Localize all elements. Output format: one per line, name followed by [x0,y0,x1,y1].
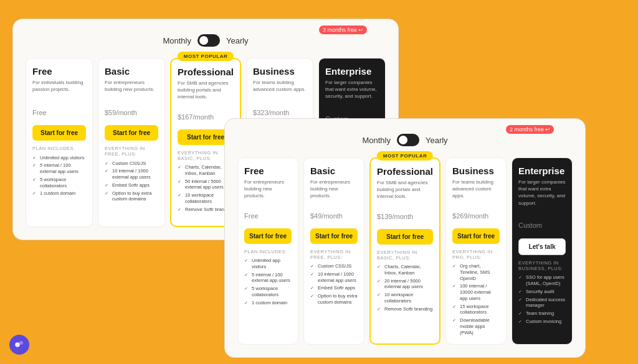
plan-btn-free2[interactable]: Start for free [244,228,292,244]
plan-price-business: $323/month [253,103,307,119]
monthly-label-main: Monthly [163,36,191,45]
svg-point-0 [15,342,20,347]
plan-price-enterprise2: Custom [518,213,566,232]
plan-price-free: Free [32,103,86,119]
plan-basic2: Basic For entrepreneurs building new pro… [303,157,364,345]
plan-desc-basic2: For entrepreneurs building new products. [310,179,358,200]
plan-btn-business2[interactable]: Start for free [452,228,500,244]
plan-business2: Business For teams building advanced cus… [445,157,507,345]
plan-free: Free For individuals building passion pr… [26,58,93,227]
plan-enterprise2: Enterprise For larger companies that wan… [512,157,573,345]
toggle-row-main: Monthly Yearly 3 months free [26,34,386,47]
feature-item: Option to buy extra custom domains [105,189,158,203]
price-suffix: /month [392,213,413,220]
price-suffix: /month [193,113,214,121]
plan-professional2: MOST POPULAR Professional For SMB and ag… [369,157,440,345]
plan-desc-professional2: For SMB and agencies building portals an… [377,179,433,200]
features-title-basic: EVERYTHING IN FREE, PLUS: [105,146,158,157]
plan-desc-basic: For entrepreneurs building new products. [105,79,158,96]
price-suffix: /month [116,109,137,116]
plan-name-enterprise2: Enterprise [518,166,566,176]
feature-item: Custom CSS/JS [105,159,158,167]
billing-toggle-secondary[interactable] [397,134,419,146]
plan-price-professional2: $139/month [377,207,433,223]
feature-item: Charts, Calendar, Inbox, Kanban [377,263,433,278]
plan-price-professional: $167/month [178,107,234,123]
feature-item: Custom invoicing [518,317,566,325]
plan-desc-business: For teams building advanced custom apps. [253,79,307,96]
price-suffix: /month [468,212,489,220]
plan-basic: Basic For entrepreneurs building new pro… [98,58,165,227]
feature-item: 1 custom domain [32,190,86,198]
feature-list-enterprise2: SSO for app users (SAML, OpenID) Securit… [518,274,566,325]
plan-price-free2: Free [244,206,292,222]
plan-name-enterprise: Enterprise [325,66,379,77]
feature-item: 10 workspace collaborators [377,291,433,306]
feature-item: 100 internal / 10000 external app users [452,282,500,302]
feature-list-professional2: Charts, Calendar, Inbox, Kanban 20 inter… [377,263,433,313]
feature-list-free2: Unlimited app visitors 5 internal / 100 … [244,257,292,307]
toggle-row-secondary: Monthly Yearly 2 months free [237,134,573,146]
plan-name-professional: Professional [178,67,234,77]
features-title-free2: PLAN INCLUDES: [244,249,292,254]
plan-desc-professional: For SMB and agencies building portals an… [178,80,234,101]
features-title-free: PLAN INCLUDES: [32,146,86,151]
plan-free2: Free For entrepreneurs building new prod… [237,157,298,345]
monthly-label-secondary: Monthly [362,136,391,145]
plan-btn-free[interactable]: Start for free [32,125,86,141]
feature-item: Unlimited app visitors [244,257,292,271]
plan-desc-free: For individuals building passion project… [32,79,86,96]
feature-item: Downloadable mobile apps (PWA) [452,317,500,337]
svg-point-1 [19,341,23,345]
feature-list-basic: Custom CSS/JS 10 internal / 1000 externa… [105,159,158,203]
feature-item: 5 internal / 100 external app users [32,162,86,176]
secondary-pricing-card: Monthly Yearly 2 months free Free For en… [224,118,586,358]
most-popular-badge: MOST POPULAR [178,52,234,61]
plan-desc-enterprise: For larger companies that want extra vol… [325,79,379,100]
plan-price-basic: $59/month [105,103,158,119]
feature-item: Dedicated success manager [518,296,566,310]
feature-list-free: Unlimited app visitors 5 internal / 100 … [32,154,86,198]
features-title-enterprise2: EVERYTHING IN BUSINESS, PLUS: [518,260,566,271]
feature-item: 5 workspace collaborators [244,285,292,299]
feature-item: Embed Softr apps [310,284,358,292]
feature-item: 1 custom domain [244,299,292,307]
app-logo [9,335,29,355]
yearly-label-main: Yearly [226,36,249,45]
plan-name-free: Free [32,66,86,77]
plan-price-business2: $269/month [452,206,500,222]
billing-toggle-main[interactable] [198,34,220,47]
feature-item: Remove Softr branding [377,305,433,313]
feature-list-business2: Org chart, Timeline, SMS OpenID 100 inte… [452,263,500,337]
plans-grid-secondary: Free For entrepreneurs building new prod… [237,157,573,345]
features-title-basic2: EVERYTHING IN FREE, PLUS: [310,249,358,260]
features-title-professional2: EVERYTHING IN BASIC, PLUS: [377,250,433,261]
feature-item: 15 workspace collaborators [452,302,500,317]
plan-name-business2: Business [452,166,500,176]
plan-desc-free2: For entrepreneurs building new products. [244,179,292,200]
plan-desc-business2: For teams building advanced custom apps. [452,179,500,200]
feature-item: Org chart, Timeline, SMS OpenID [452,263,500,282]
plan-name-basic: Basic [105,66,158,77]
yearly-label-secondary: Yearly [426,136,448,145]
plan-btn-professional2[interactable]: Start for free [377,229,433,245]
feature-item: 5 internal / 100 external app users [244,271,292,285]
feature-item: Custom CSS/JS [310,263,358,271]
feature-list-basic2: Custom CSS/JS 10 internal / 1000 externa… [310,263,358,307]
feature-item: 10 internal / 1000 external app users [310,270,358,284]
savings-badge-secondary: 2 months free [506,125,554,134]
plan-btn-enterprise2[interactable]: Let's talk [518,238,566,255]
plan-btn-basic2[interactable]: Start for free [310,228,358,244]
most-popular-badge2: MOST POPULAR [377,151,433,161]
feature-item: Embed Softr apps [105,181,158,189]
savings-badge-main: 3 months free [319,26,367,34]
features-title-business2: EVERYTHING IN PRO, PLUS: [452,249,500,260]
plan-name-basic2: Basic [310,166,358,176]
feature-item: SSO for app users (SAML, OpenID) [518,274,566,288]
plan-name-business: Business [253,66,307,77]
feature-item: Option to buy extra custom domains [310,292,358,307]
price-suffix: /month [321,212,343,220]
feature-item: 20 internal / 5000 external app users [377,277,433,291]
plan-btn-basic[interactable]: Start for free [105,125,158,141]
plan-price-basic2: $49/month [310,206,358,222]
